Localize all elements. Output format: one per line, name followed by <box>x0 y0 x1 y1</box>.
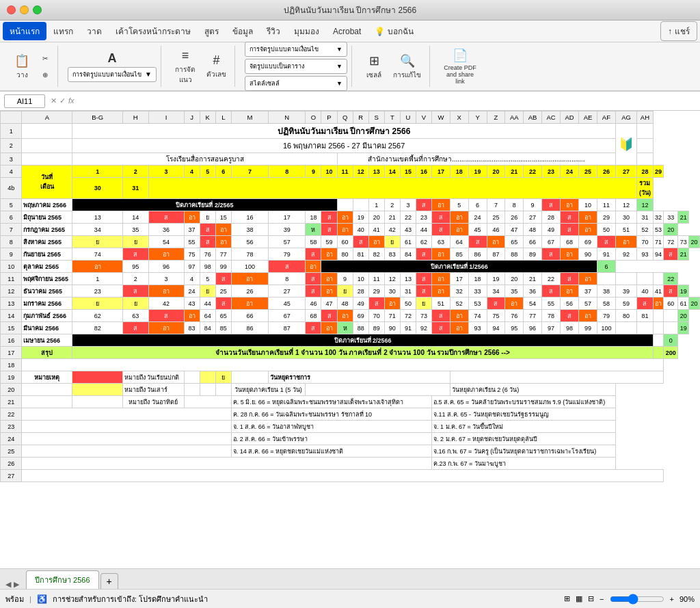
maximize-button[interactable] <box>33 5 42 14</box>
table-row: 6 มิถุนายน 2565 13 14 ส อา ย 15 16 17 18… <box>1 211 700 224</box>
accessibility-text: การช่วยสำหรับการเข้าถึง: โปรดศึกษาคำแนะน… <box>53 593 208 605</box>
table-row: 1 ปฏิทินนับวันมาเรียน ปีการศึกษา 2566 🔰 <box>1 124 700 139</box>
table-row: 7 กรกฎาคม 2565 34 35 36 37 ส อา 38 39 ห … <box>1 224 700 236</box>
table-row: 19 หมายเหตุ หมายถึง วันเรียนปกติ ย วันหย… <box>1 371 700 384</box>
accessibility-icon: ♿ <box>37 594 47 604</box>
table-row: 9 กันยายน 2565 74 ส อา 75 76 77 78 79 ส … <box>1 248 700 261</box>
table-row: 22 ค. 28 ก.ค. 66 = วันเฉลิมพระชนมพรรษา ร… <box>1 408 700 421</box>
menu-view[interactable]: มุมมอง <box>287 22 326 40</box>
menu-review[interactable]: รีวิว <box>260 22 287 40</box>
table-row: 27 <box>1 470 700 482</box>
menu-data[interactable]: ข้อมูล <box>226 22 260 40</box>
status-right: ⊞ ▦ ⊟ − + 90% <box>564 594 695 605</box>
toolbar: 📋 วาง ✂ ⊕ A การจัดรูปแบบตามเงื่อนไข ▼ ≡ … <box>0 42 700 92</box>
table-row: 21 หมายถึง วันอาทิตย์ ค. 5 มิ.ย. 66 = หย… <box>1 396 700 408</box>
table-row: 14 กุมภาพันธ์ 2566 62 63 ส อา 64 65 66 6… <box>1 310 700 322</box>
table-row: 5 พฤษภาคม 2566 ปิดภาคเรียนที่ 2/2565 1 2… <box>1 199 700 211</box>
tab-bar: ◀ ▶ ปีการศึกษา 2566 + <box>0 568 700 589</box>
conditional-format-dropdown[interactable]: การจัดรูปแบบตามเงื่อนไข▼ <box>245 42 347 57</box>
table-row: 18 <box>1 359 700 371</box>
title-bar: ปฏิทินนับวันมาเรียน ปีการศึกษา 2566 <box>0 0 700 21</box>
format-section: การจัดรูปแบบตามเงื่อนไข▼ จัดรูปแบบเป็นตา… <box>241 46 352 87</box>
minimize-button[interactable] <box>20 5 29 14</box>
table-row: 13 มกราคม 2566 ย ย 42 43 44 ส อา 45 46 4… <box>1 298 700 310</box>
font-icon: A <box>108 51 117 66</box>
align-section: ≡ การจัด แนว # ตัวเลข <box>167 46 235 87</box>
confirm-icon[interactable]: ✓ <box>59 96 66 105</box>
table-row: 17 สรุป จำนวนวันเรียนภาคเรียนที่ 1 จำนวน… <box>1 347 700 359</box>
table-row: 12 ธันวาคม 2565 23 ส อา 24 ย 25 26 27 ส … <box>1 285 700 298</box>
table-format-dropdown[interactable]: จัดรูปแบบเป็นตาราง▼ <box>245 59 347 74</box>
cancel-icon[interactable]: ✕ <box>51 96 57 105</box>
font-dropdown[interactable]: การจัดรูปแบบตามเงื่อนไข ▼ <box>68 67 157 82</box>
window-controls[interactable] <box>7 5 42 14</box>
copy-button[interactable]: ⊕ <box>37 67 53 82</box>
menu-formula[interactable]: สูตร <box>198 22 226 40</box>
table-row: 11 พฤศจิกายน 2565 1 2 3 4 5 ส อา 8 ส อา … <box>1 273 700 285</box>
font-section: A การจัดรูปแบบตามเงื่อนไข ▼ <box>64 46 161 87</box>
menu-tell[interactable]: 💡 บอกฉัน <box>368 22 420 40</box>
cell-style-dropdown[interactable]: สไตล์เซลล์▼ <box>245 76 347 91</box>
menu-draw[interactable]: วาด <box>80 22 109 40</box>
table-row: 20 หมายถึง วันเสาร์ วันหยุดภาคเรียน 1 (5… <box>1 384 700 396</box>
close-button[interactable] <box>7 5 16 14</box>
window-title: ปฏิทินนับวันมาเรียน ปีการศึกษา 2566 <box>284 3 416 16</box>
zoom-slider[interactable] <box>610 594 664 605</box>
menu-bar: หน้าแรก แทรก วาด เค้าโครงหน้ากระดาษ สูตร… <box>0 21 700 42</box>
table-row: 23 จ. 1 ส.ค. 66 = วันอาสาฬหบูชา จ. 1 ม.ค… <box>1 421 700 433</box>
menu-share[interactable]: ↑ แชร์ <box>660 21 697 41</box>
menu-layout[interactable]: เค้าโครงหน้ากระดาษ <box>109 22 198 40</box>
prev-sheet-icon[interactable]: ◀ <box>5 580 11 589</box>
formula-input[interactable] <box>80 97 696 105</box>
table-row: 3 โรงเรียนสื่อการสอนครูบาส สำนักงานเขตพื… <box>1 153 700 166</box>
table-row: 15 มีนาคม 2566 82 ส อา 83 84 85 86 87 ส … <box>1 322 700 334</box>
table-row: 25 จ. 14 ส.ค. 66 = หยุดชดเชยวันแม่แห่งชา… <box>1 445 700 458</box>
cells-section: ⊞ เซลล์ 🔍 การแก้ไข <box>358 46 430 87</box>
paste-button[interactable]: 📋 วาง <box>10 49 34 83</box>
spreadsheet: A B-G H I J K L M N O P Q R S T U V W X … <box>0 111 700 568</box>
school-name: โรงเรียนสื่อการสอนครูบาส <box>72 153 337 166</box>
formula-dividers: ✕ ✓ fx <box>48 96 77 105</box>
zoom-level: 90% <box>679 595 695 603</box>
table-row: 10 ตุลาคม 2565 อา 95 96 97 98 99 100 ส อ… <box>1 261 700 273</box>
view-layout-icon[interactable]: ▦ <box>576 594 582 603</box>
zoom-slider-plus[interactable]: + <box>670 595 674 603</box>
zoom-slider-minus[interactable]: − <box>600 595 604 603</box>
cut-button[interactable]: ✂ <box>37 51 53 66</box>
table-row: 24 อ. 2 ส.ค. 66 = วันเข้าพรรษา จ. 2 ม.ค.… <box>1 433 700 445</box>
paste-section: 📋 วาง ✂ ⊕ <box>5 46 58 87</box>
number-button[interactable]: # ตัวเลข <box>202 49 230 83</box>
title1: ปฏิทินนับวันมาเรียน ปีการศึกษา 2566 <box>72 124 615 139</box>
cells-button[interactable]: ⊞ เซลล์ <box>362 49 386 83</box>
table-row: 26 ค.23 ก.พ. 67 = วันมาฆบูชา <box>1 458 700 470</box>
pdf-section: 📄 Create PDF and share link <box>435 46 485 87</box>
next-sheet-icon[interactable]: ▶ <box>14 580 19 589</box>
cell-reference[interactable]: AI11 <box>4 94 45 108</box>
menu-acrobat[interactable]: Acrobat <box>326 24 368 39</box>
edit-button[interactable]: 🔍 การแก้ไข <box>389 49 425 83</box>
office-name: สำนักงานเขตพื้นที่การศึกษา..............… <box>337 153 615 166</box>
table-row: 16 เมษายน 2566 ปิดภาคเรียนที่ 2/2566 0 <box>1 334 700 347</box>
date-range: 16 พฤษภาคม 2566 - 27 มีนาคม 2567 <box>72 139 615 153</box>
add-sheet-button[interactable]: + <box>100 573 118 589</box>
function-icon[interactable]: fx <box>68 96 75 105</box>
create-pdf-button[interactable]: 📄 Create PDF and share link <box>440 49 481 83</box>
menu-insert[interactable]: แทรก <box>46 22 80 40</box>
menu-home[interactable]: หน้าแรก <box>3 22 46 40</box>
table-row: 4b 30 31 รวม(วัน) <box>1 178 700 199</box>
align-button[interactable]: ≡ การจัด แนว <box>171 49 200 83</box>
main-table: A B-G H I J K L M N O P Q R S T U V W X … <box>0 111 700 482</box>
table-row: 2 16 พฤษภาคม 2566 - 27 มีนาคม 2567 <box>1 139 700 153</box>
table-row: 4 วันที่เดือน 1 2 3 4 5 6 7 8 9 10 11 12… <box>1 166 700 178</box>
status-bar: พร้อม | ♿ การช่วยสำหรับการเข้าถึง: โปรดศ… <box>0 589 700 608</box>
sheet-tab-1[interactable]: ปีการศึกษา 2566 <box>26 570 99 589</box>
view-page-icon[interactable]: ⊟ <box>588 594 594 603</box>
status-left: พร้อม | ♿ การช่วยสำหรับการเข้าถึง: โปรดศ… <box>5 593 208 605</box>
ready-text: พร้อม <box>5 593 24 605</box>
formula-bar: AI11 ✕ ✓ fx <box>0 92 700 111</box>
view-normal-icon[interactable]: ⊞ <box>564 594 570 603</box>
table-row: 8 สิงหาคม 2565 ย ย 54 55 ส อา 56 57 58 5… <box>1 236 700 248</box>
emblem: 🔰 <box>615 124 636 166</box>
